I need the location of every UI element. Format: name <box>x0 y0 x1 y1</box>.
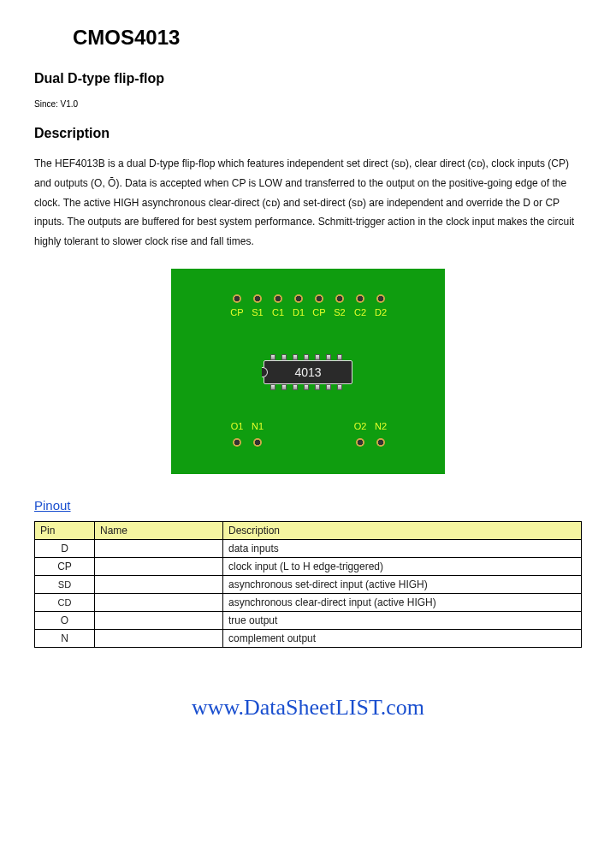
pin-label: S1 <box>248 307 267 317</box>
since-label: Since: V1.0 <box>34 99 582 109</box>
cell-pin: D <box>35 539 95 557</box>
cell-name <box>95 611 223 629</box>
board-diagram-wrapper: CP S1 C1 D1 CP S2 C2 D2 4013 O1 N1 O2 <box>34 269 582 477</box>
pad-icon <box>253 294 262 303</box>
pin-label: C2 <box>351 307 370 317</box>
cell-name <box>95 629 223 647</box>
pin-label: O1 <box>228 421 246 431</box>
pin-label: N1 <box>248 421 267 431</box>
cell-desc: true output <box>223 611 582 629</box>
col-desc: Description <box>223 521 582 539</box>
table-row: CP clock input (L to H edge-triggered) <box>35 557 582 575</box>
cell-name <box>95 539 223 557</box>
chip-label: 4013 <box>264 360 352 384</box>
description-text: The HEF4013B is a dual D-type flip-flop … <box>34 154 582 252</box>
pad-icon <box>253 438 262 447</box>
pin-label: CP <box>310 307 329 317</box>
cell-name <box>95 593 223 611</box>
table-row: O true output <box>35 611 582 629</box>
datasheet-page: CMOS4013 Dual D-type flip-flop Since: V1… <box>0 0 616 729</box>
pcb-board: CP S1 C1 D1 CP S2 C2 D2 4013 O1 N1 O2 <box>171 269 445 474</box>
pin-label: CP <box>228 307 246 317</box>
pinout-link[interactable]: Pinout <box>34 498 71 513</box>
table-row: SD asynchronous set-direct input (active… <box>35 575 582 593</box>
cell-desc: asynchronous clear-direct input (active … <box>223 593 582 611</box>
description-heading: Description <box>34 126 582 141</box>
pad-icon <box>294 294 303 303</box>
cell-pin: N <box>35 629 95 647</box>
pin-label: D2 <box>371 307 390 317</box>
pad-icon <box>356 294 364 303</box>
cell-pin: CP <box>35 557 95 575</box>
pin-label: C1 <box>269 307 287 317</box>
cell-name <box>95 575 223 593</box>
table-row: CD asynchronous clear-direct input (acti… <box>35 593 582 611</box>
footer-url[interactable]: www.DataSheetLIST.com <box>34 695 582 721</box>
chip-icon: 4013 <box>264 354 352 390</box>
component-subtitle: Dual D-type flip-flop <box>34 71 582 86</box>
col-pin: Pin <box>35 521 95 539</box>
pad-icon <box>315 294 323 303</box>
pin-label: S2 <box>330 307 349 317</box>
pin-label: D1 <box>289 307 308 317</box>
pin-label: O2 <box>351 421 370 431</box>
cell-pin: CD <box>35 593 95 611</box>
cell-desc: data inputs <box>223 539 582 557</box>
cell-desc: clock input (L to H edge-triggered) <box>223 557 582 575</box>
pad-icon <box>274 294 282 303</box>
cell-pin: SD <box>35 575 95 593</box>
table-header-row: Pin Name Description <box>35 521 582 539</box>
page-title: CMOS4013 <box>73 26 582 50</box>
table-row: D data inputs <box>35 539 582 557</box>
col-name: Name <box>95 521 223 539</box>
pad-icon <box>233 294 241 303</box>
pin-label: N2 <box>371 421 390 431</box>
cell-desc: asynchronous set-direct input (active HI… <box>223 575 582 593</box>
cell-pin: O <box>35 611 95 629</box>
pad-icon <box>233 438 241 447</box>
cell-desc: complement output <box>223 629 582 647</box>
pad-icon <box>376 294 385 303</box>
table-row: N complement output <box>35 629 582 647</box>
pad-icon <box>356 438 364 447</box>
cell-name <box>95 557 223 575</box>
pad-icon <box>335 294 344 303</box>
pinout-table: Pin Name Description D data inputs CP cl… <box>34 521 582 648</box>
pad-icon <box>376 438 385 447</box>
